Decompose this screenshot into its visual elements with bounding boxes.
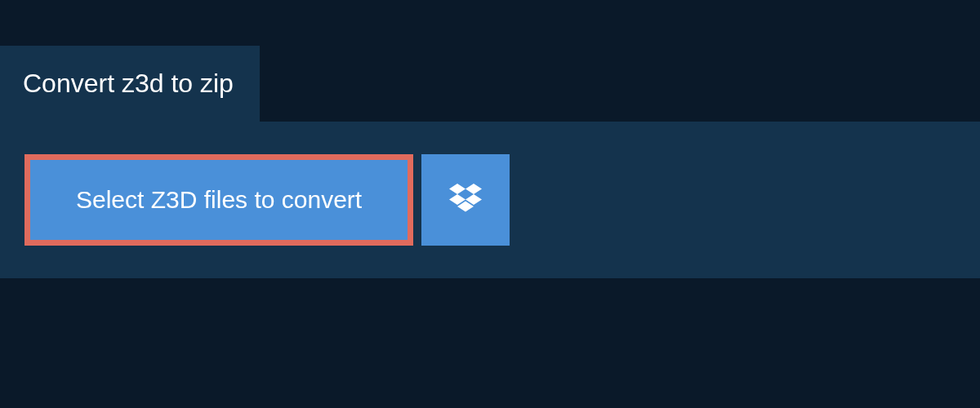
page-title: Convert z3d to zip bbox=[23, 69, 234, 98]
select-files-button[interactable]: Select Z3D files to convert bbox=[24, 154, 413, 246]
dropbox-icon bbox=[449, 184, 482, 217]
button-row: Select Z3D files to convert bbox=[24, 154, 956, 246]
page-title-tab: Convert z3d to zip bbox=[0, 46, 260, 122]
select-files-label: Select Z3D files to convert bbox=[76, 186, 362, 214]
dropbox-button[interactable] bbox=[421, 154, 510, 246]
main-panel: Select Z3D files to convert bbox=[0, 122, 980, 278]
